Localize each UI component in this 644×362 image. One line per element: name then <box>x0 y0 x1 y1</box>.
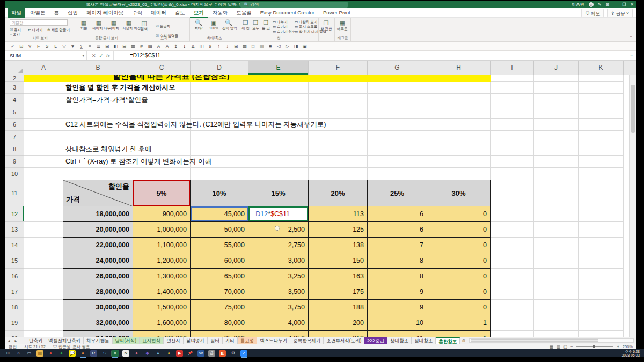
cell-I11[interactable] <box>491 180 534 206</box>
data-cell-C18[interactable]: 1,500,000 <box>133 300 191 315</box>
workbook-view-button-2[interactable]: ▦페이지 <box>106 19 121 32</box>
data-cell-H15[interactable]: 0 <box>427 253 491 269</box>
column-header-G[interactable]: G <box>368 61 427 75</box>
cell-K20[interactable] <box>579 331 624 337</box>
cell-J4[interactable] <box>534 94 579 106</box>
sheet-nav-icon-0[interactable]: ◂ <box>5 337 12 344</box>
cell-F3[interactable] <box>309 82 368 94</box>
row-header-3[interactable]: 3 <box>5 82 24 94</box>
toolbar-icon-26[interactable]: ⊞ <box>232 43 240 50</box>
toolbar-icon-19[interactable]: ↥ <box>172 43 180 50</box>
window-small-button-2[interactable]: ▭ 숨기기 취소 <box>273 29 295 34</box>
zoom-button-2[interactable]: 🔍선택 영역 <box>221 19 236 32</box>
data-cell-C20[interactable]: 1,700,000 <box>133 331 191 337</box>
column-header-D[interactable]: D <box>191 61 248 75</box>
page-break-view-icon[interactable]: ▢ <box>564 344 567 349</box>
cell-J5[interactable] <box>534 106 579 119</box>
price-cell-B13[interactable]: 20,000,000 <box>63 222 133 238</box>
taskbar-icon-app-pink[interactable]: ● <box>133 350 140 357</box>
data-cell-F20[interactable]: 213 <box>309 331 368 337</box>
toolbar-icon-2[interactable]: V <box>26 43 34 50</box>
cell-A18[interactable] <box>24 300 63 315</box>
data-cell-D16[interactable]: 65,000 <box>191 269 248 284</box>
cell-H3[interactable] <box>427 82 491 94</box>
ribbon-tab-7[interactable]: 검토 <box>171 8 189 18</box>
ribbon-tab-3[interactable]: 삽입 <box>64 8 82 18</box>
row-header-2[interactable]: 2 <box>5 75 24 82</box>
cell-C5[interactable] <box>133 106 191 119</box>
data-cell-C12[interactable]: 900,000 <box>133 206 191 222</box>
rate-header-10%[interactable]: 10% <box>191 180 248 206</box>
rate-header-20%[interactable]: 20% <box>309 180 368 206</box>
page-layout-view-icon[interactable]: ▥ <box>557 344 560 349</box>
toolbar-icon-14[interactable]: ▦ <box>129 43 137 50</box>
cell-C10[interactable] <box>133 168 191 180</box>
cell-K3[interactable] <box>579 82 624 94</box>
cell-J11[interactable] <box>534 180 579 206</box>
data-cell-D20[interactable]: 85,000 <box>191 331 248 337</box>
data-cell-H13[interactable]: 0 <box>427 222 491 238</box>
toolbar-icon-16[interactable]: ▩ <box>146 43 154 50</box>
cell-J19[interactable] <box>534 315 579 331</box>
cell-A19[interactable] <box>24 315 63 331</box>
column-header-B[interactable]: B <box>63 61 133 75</box>
keep-button[interactable]: ☑ 유지 <box>10 27 21 32</box>
cell-A9[interactable] <box>24 156 63 168</box>
workbook-view-button-1[interactable]: ▦페이지 나누 <box>91 19 106 32</box>
cell-D4[interactable] <box>191 94 248 106</box>
cell-J12[interactable] <box>534 206 579 222</box>
cell-I14[interactable] <box>491 238 534 253</box>
toolbar-icon-4[interactable]: S <box>43 43 51 50</box>
sheet-tab-날짜(서식)[interactable]: 날짜(서식) <box>113 337 140 344</box>
toolbar-icon-34[interactable]: ▣ <box>301 43 309 50</box>
cell-G6[interactable] <box>368 119 427 131</box>
toolbar-icon-17[interactable]: A <box>155 43 163 50</box>
new-sheet-button[interactable]: ⊕ <box>460 337 467 344</box>
cancel-entry-icon[interactable]: ✕ <box>92 53 96 58</box>
cell-K16[interactable] <box>579 269 624 284</box>
data-cell-E15[interactable]: 3,000 <box>248 253 309 269</box>
row-header-15[interactable]: 15 <box>5 253 24 269</box>
data-cell-G13[interactable]: 6 <box>368 222 427 238</box>
sheet-tab-채우기핸들[interactable]: 채우기핸들 <box>84 337 113 344</box>
taskbar-icon-task-view[interactable]: ▭ <box>26 350 33 357</box>
ribbon-tab-5[interactable]: 수식 <box>128 8 146 18</box>
share-button[interactable]: ⇪ 공유 ˅ <box>607 9 633 17</box>
ribbon-tab-10[interactable]: 도움말 <box>232 8 255 18</box>
cell-A13[interactable] <box>24 222 63 238</box>
cell-J7[interactable] <box>534 131 579 143</box>
cell-I9[interactable] <box>491 156 534 168</box>
ribbon-tab-2[interactable]: 홈 <box>50 8 63 18</box>
data-cell-D13[interactable]: 50,000 <box>191 222 248 238</box>
data-cell-F12[interactable]: 113 <box>309 206 368 222</box>
cell-I17[interactable] <box>491 284 534 300</box>
cell-D10[interactable] <box>191 168 248 180</box>
toolbar-icon-22[interactable]: ◫ <box>197 43 206 50</box>
row-header-7[interactable]: 7 <box>5 131 24 143</box>
data-cell-C16[interactable]: 1,300,000 <box>133 269 191 284</box>
name-box[interactable]: SUM▾ <box>6 51 87 60</box>
column-header-E[interactable]: E <box>248 61 309 75</box>
cell-G10[interactable] <box>368 168 427 180</box>
data-cell-F17[interactable]: 175 <box>309 284 368 300</box>
data-cell-G12[interactable]: 6 <box>368 206 427 222</box>
window-big-button-2[interactable]: ❐틀 고 <box>261 19 271 32</box>
toolbar-icon-3[interactable]: F <box>34 43 42 50</box>
taskbar-icon-settings[interactable]: ⚙ <box>230 350 237 357</box>
taskbar-icon-app-blue-3d[interactable]: ▲ <box>155 350 162 357</box>
cell-I5[interactable] <box>491 106 534 119</box>
cell-I7[interactable] <box>491 131 534 143</box>
data-cell-E17[interactable]: 3,500 <box>248 284 309 300</box>
zoom-slider[interactable] <box>576 346 613 347</box>
data-cell-G14[interactable]: 7 <box>368 238 427 253</box>
cell-K5[interactable] <box>579 106 624 119</box>
cell-A11[interactable] <box>24 180 63 206</box>
data-cell-D17[interactable]: 70,000 <box>191 284 248 300</box>
price-cell-B14[interactable]: 22,000,000 <box>63 238 133 253</box>
taskbar-icon-chrome[interactable]: ● <box>47 350 54 357</box>
ribbon-tab-1[interactable]: 아벨톤 <box>26 8 49 18</box>
sheet-tab-단축키[interactable]: 단축키 <box>26 337 46 344</box>
price-cell-B19[interactable]: 32,000,000 <box>63 315 133 331</box>
cell-F7[interactable] <box>309 131 368 143</box>
select-all-corner[interactable] <box>5 61 24 75</box>
